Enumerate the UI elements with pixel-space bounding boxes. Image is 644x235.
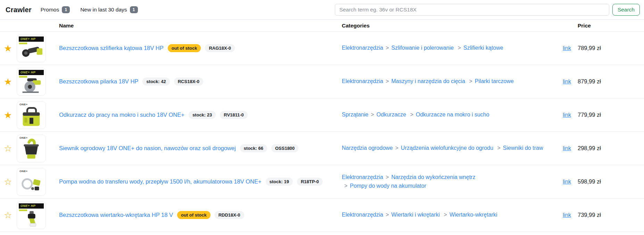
- water-pump-art: [17, 168, 46, 195]
- favorite-star-icon[interactable]: [4, 177, 12, 186]
- category-link[interactable]: Elektronarzędzia: [342, 78, 383, 84]
- stock-badge: out of stock: [168, 44, 201, 52]
- category-link[interactable]: Wiertarki i wkrętarki: [391, 212, 440, 218]
- category-breadcrumb: Sprzątanie>Odkurzacze >Odkurzacze na mok…: [342, 111, 561, 119]
- nav-item-new-in-30-days[interactable]: New in last 30 days 1: [80, 6, 138, 13]
- product-image-water-pump: ONE+: [17, 168, 46, 196]
- stock-badge: out of stock: [177, 211, 210, 219]
- category-link[interactable]: Szlifierki kątowe: [463, 45, 503, 51]
- table-row: ONE+ Siewnik ogrodowy 18V ONE+ do nasion…: [0, 132, 644, 165]
- column-header-categories: Categories: [342, 23, 561, 29]
- category-link[interactable]: Elektronarzędzia: [342, 212, 383, 218]
- table-header: Name Categories Price: [0, 19, 644, 32]
- new-count-badge: 1: [130, 6, 138, 13]
- category-link[interactable]: Urządzenia wielofunkcyjne do ogrodu: [401, 145, 493, 151]
- product-image-circular-saw: ONE+ HP: [17, 68, 46, 96]
- breadcrumb-separator: >: [497, 145, 500, 151]
- sku-badge: R18TP-0: [297, 178, 323, 186]
- sku-badge: RDD18X-0: [215, 211, 244, 219]
- breadcrumb-separator: >: [386, 78, 389, 84]
- vacuum-art: [17, 102, 46, 129]
- product-external-link[interactable]: link: [563, 145, 571, 151]
- category-link[interactable]: Szlifowanie i polerowanie: [391, 45, 454, 51]
- product-external-link[interactable]: link: [563, 45, 571, 51]
- table-row: ONE+ HP Bezszczotkowa szlifierka kątowa …: [0, 32, 644, 65]
- price: 879,99 zł: [576, 78, 644, 85]
- product-name-link[interactable]: Siewnik ogrodowy 18V ONE+ do nasion, naw…: [59, 145, 236, 152]
- drill-art: [17, 202, 46, 229]
- product-external-link[interactable]: link: [563, 179, 571, 185]
- favorite-star-icon[interactable]: [4, 44, 12, 53]
- category-link[interactable]: Narzędzia do wykończenia wnętrz: [391, 174, 476, 180]
- product-name-link[interactable]: Odkurzacz do pracy na mokro i sucho 18V …: [59, 112, 184, 118]
- product-name-link[interactable]: Pompa wodna do transferu wody, przepływ …: [59, 178, 262, 185]
- category-link[interactable]: Odkurzacze na mokro i sucho: [416, 112, 489, 118]
- product-external-link[interactable]: link: [563, 79, 571, 84]
- breadcrumb-separator: >: [344, 183, 347, 189]
- stock-badge: stock: 23: [189, 111, 216, 119]
- sku-badge: RAG18X-0: [205, 44, 235, 52]
- product-image-drill: ONE+ HP: [17, 201, 46, 229]
- price: 598,99 zł: [576, 178, 644, 185]
- column-header-price: Price: [576, 23, 644, 29]
- seeder-art: [17, 135, 46, 162]
- favorite-star-icon[interactable]: [4, 111, 12, 120]
- sku-badge: RCS18X-0: [174, 78, 203, 86]
- breadcrumb-separator: >: [386, 212, 389, 218]
- product-name-link[interactable]: Bezszczotkowa szlifierka kątowa 18V HP: [59, 45, 164, 51]
- product-image-seeder: ONE+: [17, 135, 46, 162]
- stock-badge: stock: 66: [240, 144, 267, 152]
- category-link[interactable]: Maszyny i narzędzia do cięcia: [391, 78, 465, 84]
- sku-badge: RV1811-0: [220, 111, 248, 119]
- stock-badge: stock: 42: [142, 78, 170, 86]
- category-link[interactable]: Elektronarzędzia: [342, 45, 383, 51]
- category-breadcrumb: Elektronarzędzia>Szlifowanie i polerowan…: [342, 44, 561, 52]
- breadcrumb-separator: >: [444, 212, 447, 218]
- top-nav: Promos 1 New in last 30 days 1: [41, 6, 138, 13]
- breadcrumb-separator: >: [458, 45, 461, 51]
- category-link[interactable]: Odkurzacze: [377, 112, 406, 118]
- category-link[interactable]: Elektronarzędzia: [342, 174, 383, 180]
- search-input[interactable]: [335, 4, 609, 16]
- nav-new-label: New in last 30 days: [80, 7, 127, 13]
- category-link[interactable]: Siewniki do traw: [503, 145, 543, 151]
- category-link[interactable]: Sprzątanie: [342, 112, 369, 118]
- category-link[interactable]: Narzędzia ogrodowe: [342, 145, 393, 151]
- search-button[interactable]: Search: [612, 4, 640, 16]
- product-external-link[interactable]: link: [563, 212, 571, 218]
- favorite-star-icon[interactable]: [4, 144, 12, 153]
- breadcrumb-separator: >: [469, 78, 472, 84]
- breadcrumb-separator: >: [410, 112, 413, 118]
- category-breadcrumb: Narzędzia ogrodowe>Urządzenia wielofunkc…: [342, 144, 561, 153]
- category-breadcrumb: Elektronarzędzia>Maszyny i narzędzia do …: [342, 77, 561, 86]
- product-external-link[interactable]: link: [563, 112, 571, 118]
- price: 298,99 zł: [576, 145, 644, 152]
- column-header-name: Name: [54, 23, 342, 29]
- product-image-angle-grinder: ONE+ HP: [17, 34, 46, 62]
- circular-saw-art: [17, 68, 46, 95]
- product-image-vacuum: ONE+: [17, 101, 46, 129]
- category-link[interactable]: Pilarki tarczowe: [475, 78, 514, 84]
- category-breadcrumb: Elektronarzędzia>Wiertarki i wkrętarki >…: [342, 211, 561, 219]
- table-row: ONE+ Pompa wodna do transferu wody, prze…: [0, 165, 644, 198]
- category-link[interactable]: Pompy do wody na akumulator: [350, 183, 426, 189]
- app-title: Crawler: [6, 6, 32, 14]
- sku-badge: OSS1800: [271, 144, 298, 152]
- breadcrumb-separator: >: [386, 45, 389, 51]
- favorite-star-icon[interactable]: [4, 77, 12, 86]
- search-area: Search: [335, 4, 640, 16]
- category-link[interactable]: Wiertarko-wkrętarki: [449, 212, 497, 218]
- breadcrumb-separator: >: [395, 145, 398, 151]
- nav-item-promos[interactable]: Promos 1: [41, 6, 70, 13]
- breadcrumb-separator: >: [371, 112, 374, 118]
- category-breadcrumb: Elektronarzędzia>Narzędzia do wykończeni…: [342, 173, 561, 191]
- angle-grinder-art: [17, 35, 46, 62]
- favorite-star-icon[interactable]: [4, 211, 12, 220]
- table-row: ONE+ HP Bezszczotkowa wiertarko-wkrętark…: [0, 198, 644, 232]
- nav-promos-label: Promos: [41, 7, 59, 13]
- crawler-app: Crawler Promos 1 New in last 30 days 1 S…: [0, 0, 644, 235]
- product-name-link[interactable]: Bezszczotkowa pilarka 18V HP: [59, 78, 138, 85]
- product-name-link[interactable]: Bezszczotkowa wiertarko-wkrętarka HP 18 …: [59, 212, 173, 218]
- stock-badge: stock: 19: [266, 178, 293, 186]
- table-row: ONE+ HP Bezszczotkowa pilarka 18V HP sto…: [0, 65, 644, 98]
